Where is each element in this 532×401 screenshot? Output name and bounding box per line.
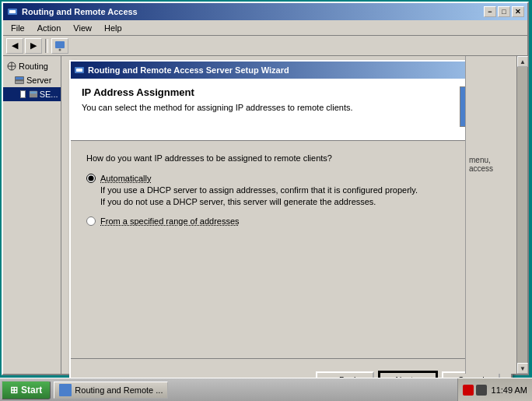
close-button[interactable]: ✕: [512, 6, 524, 17]
wizard-icon: [74, 65, 85, 76]
wizard-content: How do you want IP addresses to be assig…: [71, 141, 511, 358]
se-label: SE...: [40, 90, 58, 99]
up-button[interactable]: [51, 38, 68, 54]
scroll-track: [517, 67, 527, 363]
tree-item-server[interactable]: Server: [3, 73, 61, 87]
start-icon: ⊞: [10, 385, 18, 396]
radio-group: Automatically If you use a DHCP server t…: [86, 174, 495, 226]
tray-icons: [463, 385, 487, 396]
radio-auto-label[interactable]: Automatically: [100, 174, 151, 183]
toolbar: ◀ ▶: [3, 36, 527, 56]
content-area: Routing Server +: [3, 56, 527, 374]
radio-range[interactable]: [86, 216, 96, 226]
wizard-header-title: IP Address Assignment: [82, 86, 452, 98]
wizard-header-description: You can select the method for assigning …: [82, 103, 452, 112]
tray-icon-1: [463, 385, 474, 396]
taskbar: ⊞ Start Routing and Remote ... 11:49 AM: [0, 378, 532, 401]
routing-label: Routing: [19, 62, 48, 71]
left-panel: Routing Server +: [3, 56, 61, 374]
svg-rect-11: [30, 92, 37, 94]
title-bar: Routing and Remote Access − □ ✕: [3, 3, 527, 20]
auto-desc-text: If you use a DHCP server to assign addre…: [100, 185, 418, 206]
menu-bar: File Action View Help: [3, 20, 527, 36]
scroll-up[interactable]: ▲: [517, 56, 528, 67]
expand-icon[interactable]: +: [20, 90, 26, 98]
option-range: From a specified range of addresses: [86, 216, 495, 226]
right-panel: Routing and Remote Access Server Setup W…: [61, 56, 527, 374]
svg-rect-9: [16, 81, 23, 83]
tree-item-se[interactable]: + SE...: [3, 87, 61, 101]
taskbar-app-icon: [59, 384, 72, 396]
start-button[interactable]: ⊞ Start: [2, 381, 51, 399]
se-server-icon: [29, 89, 38, 100]
tray-icon-2: [476, 385, 487, 396]
network-icon: [6, 61, 17, 72]
taskbar-app-routing[interactable]: Routing and Remote ...: [54, 382, 168, 399]
radio-auto-desc: If you use a DHCP server to assign addre…: [100, 185, 495, 209]
wizard-body: IP Address Assignment You can select the…: [71, 79, 511, 401]
window-title: Routing and Remote Access: [22, 7, 484, 16]
option-range-row: From a specified range of addresses: [86, 216, 495, 226]
forward-button[interactable]: ▶: [25, 38, 42, 54]
minimize-button[interactable]: −: [484, 6, 496, 17]
wizard-dialog: Routing and Remote Access Server Setup W…: [69, 60, 513, 401]
maximize-button[interactable]: □: [498, 6, 510, 17]
svg-rect-13: [76, 69, 82, 72]
option-auto: Automatically If you use a DHCP server t…: [86, 174, 495, 209]
wizard-question: How do you want IP addresses to be assig…: [86, 153, 495, 163]
scroll-down[interactable]: ▼: [517, 363, 528, 374]
taskbar-apps: Routing and Remote ...: [51, 382, 457, 399]
menu-view[interactable]: View: [67, 22, 98, 34]
clock: 11:49 AM: [492, 385, 527, 395]
window-controls: − □ ✕: [484, 6, 524, 17]
server-icon: [14, 75, 25, 86]
menu-help[interactable]: Help: [98, 22, 128, 34]
menu-action[interactable]: Action: [31, 22, 68, 34]
svg-rect-2: [55, 41, 65, 48]
option-auto-row: Automatically: [86, 174, 495, 183]
wizard-title-bar: Routing and Remote Access Server Setup W…: [71, 62, 511, 79]
toolbar-separator: [45, 39, 48, 53]
back-button[interactable]: ◀: [6, 38, 23, 54]
radio-auto[interactable]: [86, 174, 96, 183]
svg-point-3: [59, 48, 61, 51]
wizard-header-text: IP Address Assignment You can select the…: [82, 86, 452, 112]
main-window: Routing and Remote Access − □ ✕ File Act…: [2, 2, 529, 375]
tree-item-routing[interactable]: Routing: [3, 59, 61, 73]
radio-range-label[interactable]: From a specified range of addresses: [100, 216, 240, 226]
wizard-header: IP Address Assignment You can select the…: [71, 79, 511, 141]
taskbar-app-label: Routing and Remote ...: [75, 385, 163, 395]
svg-rect-8: [16, 77, 23, 79]
right-sidebar: menu,access ▲ ▼: [465, 56, 527, 374]
server-label: Server: [26, 76, 51, 85]
start-label: Start: [21, 385, 42, 396]
scrollbar: ▲ ▼: [516, 56, 527, 374]
wizard-title: Routing and Remote Access Server Setup W…: [88, 65, 467, 75]
taskbar-clock-area: 11:49 AM: [457, 378, 532, 401]
svg-rect-1: [9, 10, 16, 13]
menu-file[interactable]: File: [5, 22, 31, 34]
app-icon: [6, 5, 19, 18]
